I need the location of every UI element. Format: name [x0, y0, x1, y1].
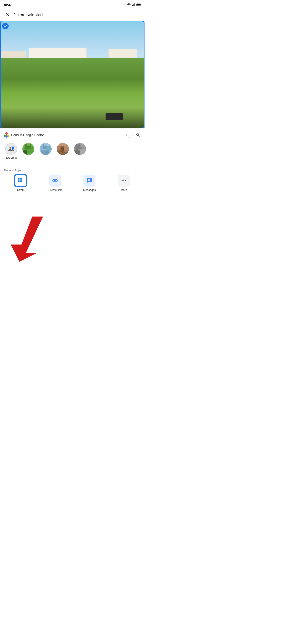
svg-rect-37 [19, 178, 21, 179]
contact-3[interactable] [55, 143, 70, 156]
svg-rect-6 [137, 4, 140, 6]
svg-rect-22 [46, 146, 52, 150]
share-to-apps-label: Share to Apps [0, 167, 144, 173]
send-bar-text: Send in Google Photos [11, 133, 126, 137]
contact-1-avatar [22, 143, 34, 155]
svg-point-10 [5, 135, 8, 138]
messages-label: Messages [83, 188, 96, 192]
search-button[interactable] [135, 132, 141, 138]
svg-rect-35 [80, 143, 86, 148]
page-title: 1 item selected [14, 12, 141, 17]
google-photos-logo [3, 132, 9, 138]
close-button[interactable] [3, 10, 12, 19]
svg-point-45 [122, 180, 123, 181]
status-time: 10:47 [3, 3, 11, 7]
more-app[interactable]: More [107, 174, 141, 195]
svg-rect-43 [19, 181, 21, 182]
svg-rect-23 [41, 150, 49, 155]
ozeki-label: Ozeki [17, 188, 24, 192]
help-button[interactable]: ? [126, 132, 132, 138]
svg-rect-18 [30, 149, 34, 155]
create-link-app[interactable]: Create link [38, 174, 72, 195]
contact-1[interactable] [21, 143, 36, 156]
selection-checkmark [2, 23, 8, 29]
svg-marker-48 [11, 216, 43, 262]
svg-rect-29 [58, 143, 66, 146]
new-group-contact[interactable]: + New group [3, 143, 19, 159]
svg-rect-0 [132, 5, 133, 6]
wifi-icon [127, 3, 131, 6]
svg-rect-39 [18, 180, 19, 180]
top-bar: 1 item selected [0, 8, 144, 21]
svg-rect-38 [21, 178, 22, 179]
svg-rect-16 [27, 143, 30, 146]
messages-app[interactable]: Messages [72, 174, 107, 195]
svg-rect-3 [134, 3, 135, 6]
svg-rect-41 [21, 180, 22, 180]
svg-rect-17 [22, 150, 27, 155]
contact-2[interactable] [38, 143, 53, 156]
svg-rect-30 [61, 148, 64, 150]
contact-4-avatar [74, 143, 86, 155]
contact-4[interactable] [72, 143, 88, 156]
svg-rect-2 [134, 4, 134, 6]
svg-rect-1 [133, 4, 134, 6]
create-link-icon [49, 174, 61, 186]
new-group-avatar: + [5, 143, 17, 155]
photo-area[interactable] [0, 21, 144, 128]
more-icon [118, 174, 130, 186]
svg-point-7 [5, 132, 8, 135]
svg-rect-34 [74, 150, 80, 155]
app-row: Ozeki Create link Messages More [0, 173, 144, 196]
svg-rect-24 [44, 143, 49, 146]
contact-3-avatar [57, 143, 69, 155]
create-link-label: Create link [48, 188, 62, 192]
ozeki-app[interactable]: Ozeki [3, 174, 38, 195]
photo-scene [0, 21, 144, 128]
more-label: More [121, 188, 127, 192]
svg-text:+: + [12, 147, 13, 149]
battery-icon [136, 4, 141, 6]
send-bar[interactable]: Send in Google Photos ? [0, 128, 144, 141]
svg-point-47 [125, 180, 126, 181]
svg-rect-40 [19, 180, 21, 180]
contacts-row: + New group [0, 141, 144, 167]
contact-2-avatar [39, 143, 52, 155]
svg-rect-36 [18, 178, 19, 179]
svg-rect-42 [18, 181, 19, 182]
svg-rect-44 [21, 181, 22, 182]
signal-icon [132, 3, 135, 6]
new-group-label: New group [5, 156, 17, 159]
arrow-indicator [6, 214, 49, 262]
svg-rect-5 [140, 4, 141, 6]
status-bar: 10:47 [0, 0, 144, 8]
car-element [106, 113, 123, 120]
svg-point-46 [123, 180, 124, 181]
field-element [0, 58, 144, 128]
ozeki-icon [15, 174, 27, 186]
status-icons [127, 3, 141, 6]
messages-icon [83, 174, 95, 186]
